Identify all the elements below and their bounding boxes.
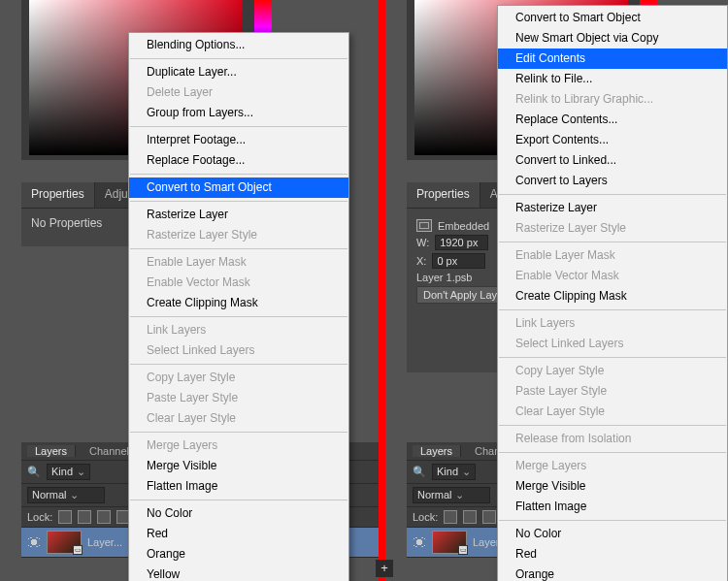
tab-properties[interactable]: Properties [21, 182, 95, 208]
menu-separator [499, 425, 726, 426]
smartobject-icon [416, 219, 432, 232]
blend-mode-select[interactable]: Normal [413, 487, 490, 503]
menu-item-paste-layer-style: Paste Layer Style [129, 388, 348, 408]
psb-filename: Layer 1.psb [416, 272, 472, 283]
comparison-divider [379, 0, 385, 581]
menu-item-red[interactable]: Red [498, 544, 727, 565]
menu-item-replace-footage[interactable]: Replace Footage... [129, 150, 348, 171]
menu-item-paste-layer-style: Paste Layer Style [498, 381, 727, 402]
menu-item-enable-layer-mask: Enable Layer Mask [498, 245, 727, 266]
layer-name[interactable]: Layer... [87, 536, 122, 548]
menu-item-interpret-footage[interactable]: Interpret Footage... [129, 130, 348, 150]
layer-context-menu[interactable]: Blending Options...Duplicate Layer...Del… [128, 32, 349, 581]
menu-item-rasterize-layer-style: Rasterize Layer Style [498, 218, 727, 239]
menu-item-edit-contents[interactable]: Edit Contents [498, 48, 727, 69]
lock-position-icon[interactable] [97, 510, 111, 524]
menu-item-no-color[interactable]: No Color [129, 503, 348, 524]
menu-item-convert-to-linked[interactable]: Convert to Linked... [498, 150, 727, 171]
tab-layers[interactable]: Layers [413, 445, 461, 457]
tab-layers[interactable]: Layers [27, 445, 76, 457]
menu-item-link-layers: Link Layers [129, 320, 348, 340]
menu-item-relink-to-file[interactable]: Relink to File... [498, 69, 727, 89]
visibility-icon[interactable] [27, 535, 41, 549]
menu-item-duplicate-layer[interactable]: Duplicate Layer... [129, 62, 348, 82]
menu-separator [499, 452, 726, 453]
menu-separator [499, 309, 726, 310]
menu-separator [499, 357, 726, 358]
dont-apply-layer-comp-button[interactable]: Don't Apply Laye [416, 286, 510, 304]
menu-item-merge-visible[interactable]: Merge Visible [498, 476, 727, 497]
layer-thumbnail[interactable] [47, 531, 82, 554]
menu-separator [130, 500, 347, 500]
menu-separator [130, 126, 347, 127]
menu-item-new-smart-object-via-copy[interactable]: New Smart Object via Copy [498, 28, 727, 48]
menu-item-export-contents[interactable]: Export Contents... [498, 130, 727, 150]
menu-item-replace-contents[interactable]: Replace Contents... [498, 110, 727, 130]
lock-transparency-icon[interactable] [58, 510, 72, 524]
menu-item-convert-to-smart-object[interactable]: Convert to Smart Object [498, 8, 727, 28]
menu-item-relink-to-library-graphic: Relink to Library Graphic... [498, 89, 727, 110]
menu-separator [130, 316, 347, 317]
menu-item-clear-layer-style: Clear Layer Style [129, 408, 348, 429]
menu-item-enable-vector-mask: Enable Vector Mask [129, 273, 348, 293]
kind-filter[interactable]: Kind [47, 464, 90, 480]
menu-separator [499, 520, 726, 521]
layer-thumbnail[interactable] [432, 531, 467, 554]
menu-separator [130, 248, 347, 249]
menu-item-create-clipping-mask[interactable]: Create Clipping Mask [498, 286, 727, 307]
menu-item-link-layers: Link Layers [498, 313, 727, 334]
menu-item-red[interactable]: Red [129, 524, 348, 544]
menu-separator [499, 242, 726, 242]
menu-item-rasterize-layer[interactable]: Rasterize Layer [498, 198, 727, 218]
menu-separator [130, 364, 347, 365]
menu-item-merge-layers: Merge Layers [129, 436, 348, 456]
menu-item-rasterize-layer[interactable]: Rasterize Layer [129, 205, 348, 225]
menu-item-flatten-image[interactable]: Flatten Image [498, 497, 727, 517]
kind-filter[interactable]: Kind [432, 464, 476, 480]
x-field[interactable]: 0 px [432, 253, 485, 269]
smartobject-badge-icon [73, 545, 83, 555]
menu-item-yellow[interactable]: Yellow [129, 565, 348, 581]
lock-transparency-icon[interactable] [444, 510, 457, 524]
menu-separator [499, 194, 726, 195]
width-field[interactable]: 1920 px [435, 235, 488, 250]
lock-label: Lock: [27, 511, 52, 523]
menu-item-orange[interactable]: Orange [498, 565, 727, 581]
menu-item-convert-to-smart-object[interactable]: Convert to Smart Object [129, 178, 348, 198]
left-panel: Properties Adju No Properties Layers Cha… [0, 0, 379, 581]
menu-item-copy-layer-style: Copy Layer Style [129, 368, 348, 388]
menu-item-merge-layers: Merge Layers [498, 456, 727, 476]
menu-item-blending-options[interactable]: Blending Options... [129, 35, 348, 55]
add-row-icon[interactable]: + [376, 560, 393, 577]
menu-separator [130, 201, 347, 202]
lock-position-icon[interactable] [482, 510, 496, 524]
smartobject-badge-icon [458, 545, 468, 555]
width-label: W: [416, 237, 429, 248]
menu-item-orange[interactable]: Orange [129, 544, 348, 565]
menu-item-enable-vector-mask: Enable Vector Mask [498, 266, 727, 286]
menu-item-release-from-isolation: Release from Isolation [498, 429, 727, 449]
menu-item-group-from-layers[interactable]: Group from Layers... [129, 103, 348, 123]
menu-item-convert-to-layers[interactable]: Convert to Layers [498, 171, 727, 191]
menu-item-create-clipping-mask[interactable]: Create Clipping Mask [129, 293, 348, 313]
menu-separator [130, 174, 347, 175]
visibility-icon[interactable] [413, 535, 426, 549]
embedded-label: Embedded [438, 220, 489, 232]
tab-properties[interactable]: Properties [407, 182, 480, 208]
menu-item-select-linked-layers: Select Linked Layers [129, 340, 348, 361]
menu-item-no-color[interactable]: No Color [498, 524, 727, 544]
search-icon: 🔍 [413, 466, 426, 478]
menu-item-merge-visible[interactable]: Merge Visible [129, 456, 348, 476]
blend-mode-select[interactable]: Normal [27, 487, 105, 503]
menu-item-select-linked-layers: Select Linked Layers [498, 334, 727, 354]
lock-image-icon[interactable] [78, 510, 91, 524]
no-properties-text: No Properties [31, 216, 102, 230]
x-label: X: [416, 255, 426, 267]
layer-context-menu[interactable]: Convert to Smart ObjectNew Smart Object … [497, 5, 728, 581]
menu-item-clear-layer-style: Clear Layer Style [498, 402, 727, 422]
lock-label: Lock: [413, 511, 438, 523]
menu-item-copy-layer-style: Copy Layer Style [498, 361, 727, 381]
menu-separator [130, 432, 347, 433]
lock-image-icon[interactable] [463, 510, 477, 524]
menu-item-flatten-image[interactable]: Flatten Image [129, 476, 348, 497]
